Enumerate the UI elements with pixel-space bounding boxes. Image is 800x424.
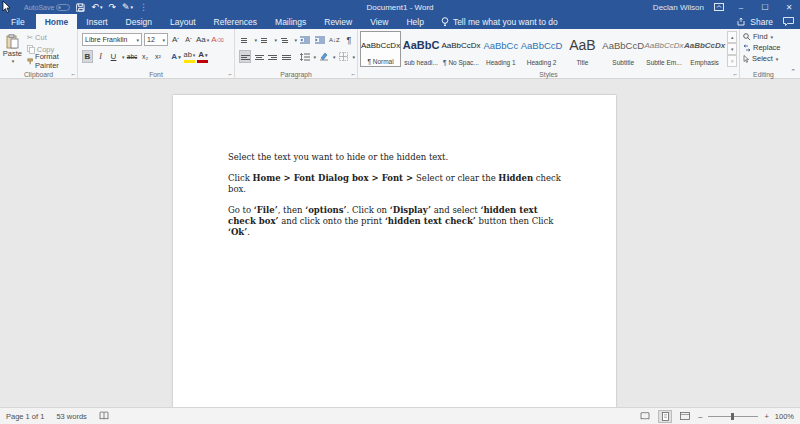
numbering-button[interactable]	[259, 33, 272, 46]
clipboard-dialog-launcher[interactable]: ⌐	[71, 71, 75, 77]
select-button[interactable]: Select▾	[742, 53, 785, 64]
maximize-button[interactable]: ☐	[758, 3, 772, 12]
style-subtle-emphasis[interactable]: AaBbCcDx Subtle Em...	[644, 31, 684, 67]
zoom-in-button[interactable]: +	[764, 412, 768, 421]
paragraph-1[interactable]: Select the text you want to hide or the …	[228, 152, 566, 163]
multilevel-list-button[interactable]	[279, 33, 292, 46]
tab-review[interactable]: Review	[315, 14, 361, 29]
word-count[interactable]: 53 words	[56, 412, 86, 421]
style-subtitle[interactable]: AaBbCcD Subtitle	[602, 31, 644, 67]
shading-button[interactable]	[318, 50, 330, 63]
line-spacing-dropdown-icon[interactable]: ▾	[314, 54, 317, 60]
zoom-slider[interactable]	[708, 416, 758, 417]
align-left-button[interactable]	[239, 50, 251, 63]
increase-indent-button[interactable]	[314, 33, 327, 46]
find-button[interactable]: Find▾	[742, 31, 785, 42]
pen-tool-button[interactable]: ✎▾	[122, 3, 133, 12]
numbering-dropdown-icon[interactable]: ▾	[275, 37, 278, 43]
tab-mailings[interactable]: Mailings	[266, 14, 315, 29]
share-button[interactable]: Share	[737, 17, 773, 27]
format-painter-button[interactable]: Format Painter	[26, 56, 75, 67]
tab-help[interactable]: Help	[397, 14, 432, 29]
comments-icon[interactable]	[783, 17, 794, 26]
style-title[interactable]: AaB Title	[562, 31, 602, 67]
clear-formatting-button[interactable]: A⌫	[211, 33, 223, 46]
font-color-button[interactable]: A▾	[197, 50, 208, 63]
paste-button[interactable]: Paste ▾	[2, 31, 23, 67]
signed-in-user[interactable]: Declan Wilson	[653, 3, 704, 12]
autosave-toggle[interactable]: AutoSave	[24, 4, 70, 11]
paragraph-2[interactable]: Click Home > Font Dialog box > Font > Se…	[228, 173, 566, 195]
subscript-button[interactable]: x₂	[140, 50, 151, 63]
borders-dropdown-icon[interactable]: ▾	[352, 54, 355, 60]
multilevel-dropdown-icon[interactable]: ▾	[295, 37, 298, 43]
paragraph-3[interactable]: Go to ‘File’, then ‘options’. Click on ‘…	[228, 205, 566, 238]
bold-button[interactable]: B	[82, 50, 93, 63]
tab-references[interactable]: References	[205, 14, 266, 29]
justify-button[interactable]	[281, 50, 293, 63]
shading-dropdown-icon[interactable]: ▾	[333, 54, 336, 60]
web-layout-button[interactable]	[678, 410, 692, 423]
change-case-button[interactable]: Aa▾	[196, 33, 209, 46]
replace-button[interactable]: Replace	[742, 42, 785, 53]
sort-button[interactable]: A↓Z	[328, 33, 341, 46]
align-center-button[interactable]	[253, 50, 265, 63]
style-no-spacing[interactable]: AaBbCcDx ¶ No Spac...	[441, 31, 481, 67]
highlight-button[interactable]: ab▾	[184, 50, 196, 63]
style-sub-heading[interactable]: AaBbC sub headi...	[401, 31, 441, 67]
shrink-font-button[interactable]: Aˇ	[183, 33, 194, 46]
font-family-combo[interactable]: Libre Franklin▾	[82, 33, 142, 46]
styles-scroll-up-button[interactable]: ▴	[727, 31, 737, 43]
copy-button[interactable]: Copy	[26, 44, 75, 55]
tab-design[interactable]: Design	[117, 14, 161, 29]
text-effects-button[interactable]: A▾	[171, 50, 182, 63]
bullets-button[interactable]	[239, 33, 252, 46]
styles-scroll-down-button[interactable]: ▾	[727, 43, 737, 55]
tab-home[interactable]: Home	[36, 14, 78, 29]
style-normal[interactable]: AaBbCcDx ¶ Normal	[360, 31, 401, 67]
close-button[interactable]: ✕	[782, 3, 796, 12]
borders-button[interactable]	[338, 50, 350, 63]
qat-more-button[interactable]: ⋮	[139, 3, 148, 12]
font-size-combo[interactable]: 12▾	[144, 33, 168, 46]
proofing-status-icon[interactable]	[99, 411, 109, 421]
zoom-level[interactable]: 100%	[775, 412, 794, 421]
redo-button[interactable]: ↷	[108, 3, 116, 12]
line-spacing-button[interactable]	[299, 50, 311, 63]
tell-me-box[interactable]: Tell me what you want to do	[433, 14, 566, 29]
font-dialog-launcher[interactable]: ⌐	[228, 71, 232, 77]
bullets-dropdown-icon[interactable]: ▾	[255, 37, 258, 43]
style-heading1[interactable]: AaBbCc Heading 1	[481, 31, 521, 67]
page-indicator[interactable]: Page 1 of 1	[6, 412, 44, 421]
minimize-button[interactable]: –	[734, 3, 748, 12]
print-layout-button[interactable]	[658, 410, 672, 423]
styles-gallery-more-button[interactable]: ▿	[727, 55, 737, 67]
tab-layout[interactable]: Layout	[161, 14, 205, 29]
zoom-slider-thumb[interactable]	[731, 413, 734, 420]
style-heading2[interactable]: AaBbCcD Heading 2	[521, 31, 563, 67]
underline-dropdown-icon[interactable]: ▾	[122, 54, 125, 60]
document-page[interactable]: Select the text you want to hide or the …	[173, 95, 616, 407]
decrease-indent-button[interactable]	[299, 33, 312, 46]
align-right-button[interactable]	[267, 50, 279, 63]
strikethrough-button[interactable]: abc	[127, 50, 138, 63]
collapse-ribbon-button[interactable]: ⌃	[790, 68, 796, 76]
zoom-out-button[interactable]: –	[698, 412, 702, 421]
tab-insert[interactable]: Insert	[77, 14, 116, 29]
tab-view[interactable]: View	[361, 14, 397, 29]
subscript-label: x₂	[142, 53, 148, 60]
superscript-button[interactable]: x²	[153, 50, 164, 63]
paragraph-dialog-launcher[interactable]: ⌐	[351, 71, 355, 77]
show-hide-paragraph-button[interactable]: ¶	[343, 33, 356, 46]
styles-dialog-launcher[interactable]: ⌐	[733, 71, 737, 77]
grow-font-button[interactable]: Aˆ	[170, 33, 181, 46]
save-button[interactable]	[76, 3, 85, 12]
underline-button[interactable]: U	[108, 50, 119, 63]
italic-button[interactable]: I	[95, 50, 106, 63]
read-mode-button[interactable]	[638, 410, 652, 423]
undo-button[interactable]: ↶▾	[91, 3, 102, 12]
style-emphasis[interactable]: AaBbCcDx Emphasis	[684, 31, 725, 67]
cut-button[interactable]: ✂Cut	[26, 32, 75, 43]
ribbon-display-options-icon[interactable]	[714, 3, 724, 11]
tab-file[interactable]: File	[0, 14, 36, 29]
